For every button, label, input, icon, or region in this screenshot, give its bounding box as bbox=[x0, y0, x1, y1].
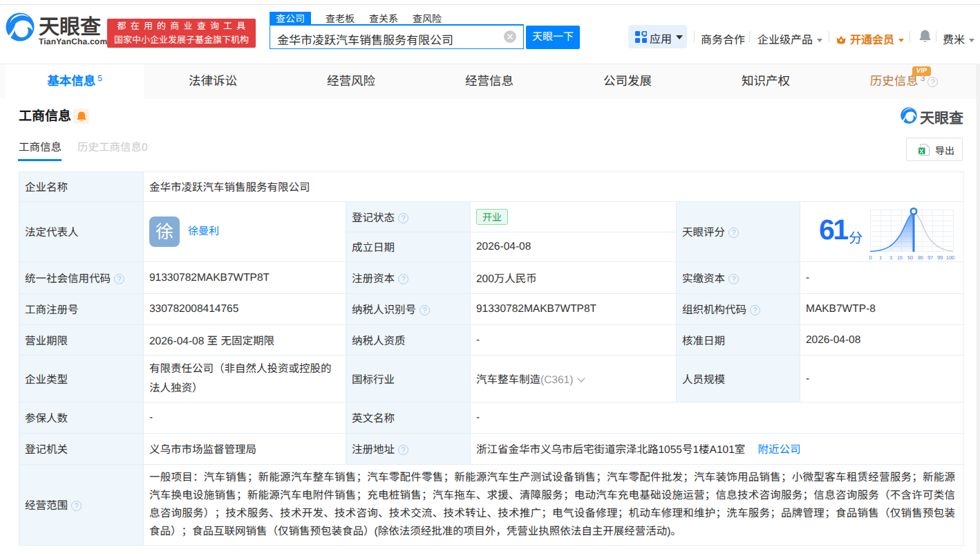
svg-text:50: 50 bbox=[907, 255, 913, 261]
svg-text:1: 1 bbox=[879, 255, 882, 261]
svg-text:3: 3 bbox=[889, 255, 892, 261]
svg-text:85: 85 bbox=[918, 255, 923, 261]
svg-text:97: 97 bbox=[927, 255, 933, 261]
svg-text:99: 99 bbox=[937, 255, 943, 261]
svg-text:0: 0 bbox=[869, 255, 871, 261]
svg-text:100: 100 bbox=[946, 255, 954, 261]
svg-text:15: 15 bbox=[897, 255, 903, 261]
